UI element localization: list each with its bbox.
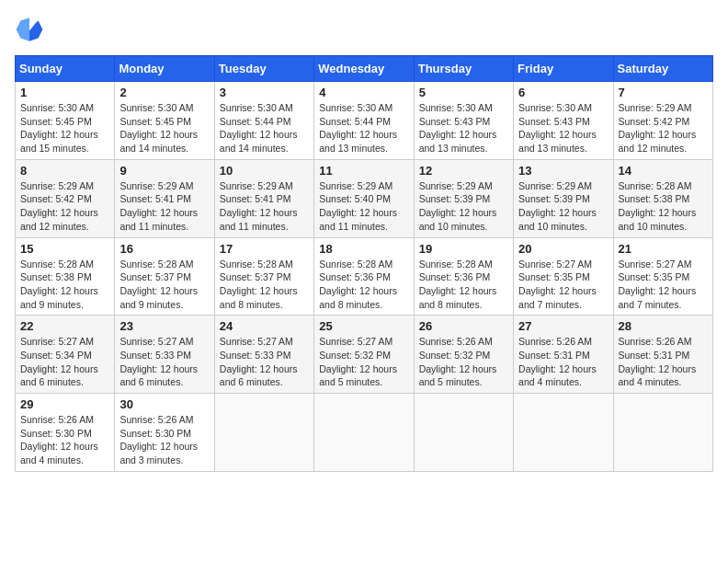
day-number: 12 [419,164,508,178]
day-cell: 4Sunrise: 5:30 AM Sunset: 5:44 PM Daylig… [314,82,414,160]
day-info: Sunrise: 5:29 AM Sunset: 5:40 PM Dayligh… [319,179,408,234]
day-info: Sunrise: 5:29 AM Sunset: 5:42 PM Dayligh… [20,179,109,234]
day-of-week-header: Friday [514,56,613,82]
day-number: 14 [619,164,708,178]
calendar-header-row: SundayMondayTuesdayWednesdayThursdayFrid… [16,56,713,82]
day-info: Sunrise: 5:27 AM Sunset: 5:32 PM Dayligh… [319,335,408,389]
day-number: 13 [518,164,608,178]
day-cell: 1Sunrise: 5:30 AM Sunset: 5:45 PM Daylig… [16,82,115,160]
day-number: 5 [419,86,508,99]
day-number: 3 [220,86,309,99]
day-cell: 8Sunrise: 5:29 AM Sunset: 5:42 PM Daylig… [16,159,115,237]
day-cell: 11Sunrise: 5:29 AM Sunset: 5:40 PM Dayli… [314,159,414,237]
day-of-week-header: Thursday [414,56,513,82]
day-info: Sunrise: 5:28 AM Sunset: 5:38 PM Dayligh… [619,179,708,234]
day-info: Sunrise: 5:26 AM Sunset: 5:30 PM Dayligh… [119,413,209,467]
day-number: 20 [518,242,608,256]
day-cell: 26Sunrise: 5:26 AM Sunset: 5:32 PM Dayli… [414,316,513,394]
day-cell: 3Sunrise: 5:30 AM Sunset: 5:44 PM Daylig… [214,82,313,160]
day-number: 28 [619,319,708,333]
svg-marker-1 [17,17,29,41]
day-number: 23 [119,319,209,333]
day-info: Sunrise: 5:30 AM Sunset: 5:43 PM Dayligh… [419,101,508,155]
day-info: Sunrise: 5:30 AM Sunset: 5:45 PM Dayligh… [119,101,209,155]
day-of-week-header: Wednesday [314,56,414,82]
day-info: Sunrise: 5:27 AM Sunset: 5:34 PM Dayligh… [20,335,109,389]
day-info: Sunrise: 5:26 AM Sunset: 5:30 PM Dayligh… [20,413,109,467]
day-info: Sunrise: 5:27 AM Sunset: 5:35 PM Dayligh… [518,258,608,312]
day-number: 25 [319,319,408,333]
day-info: Sunrise: 5:30 AM Sunset: 5:44 PM Dayligh… [319,101,408,155]
day-of-week-header: Monday [115,56,214,82]
day-number: 7 [619,86,708,99]
day-cell: 14Sunrise: 5:28 AM Sunset: 5:38 PM Dayli… [613,159,712,237]
day-cell: 27Sunrise: 5:26 AM Sunset: 5:31 PM Dayli… [514,316,613,394]
day-number: 11 [319,164,408,178]
day-info: Sunrise: 5:29 AM Sunset: 5:42 PM Dayligh… [619,101,708,155]
day-cell: 30Sunrise: 5:26 AM Sunset: 5:30 PM Dayli… [115,394,214,472]
day-info: Sunrise: 5:27 AM Sunset: 5:33 PM Dayligh… [220,335,309,389]
day-cell: 12Sunrise: 5:29 AM Sunset: 5:39 PM Dayli… [414,159,513,237]
day-info: Sunrise: 5:27 AM Sunset: 5:35 PM Dayligh… [619,258,708,312]
day-number: 6 [518,86,608,99]
day-number: 15 [20,242,109,256]
empty-day-cell [613,394,712,472]
day-number: 2 [119,86,209,99]
calendar-week-row: 15Sunrise: 5:28 AM Sunset: 5:38 PM Dayli… [16,237,713,316]
day-cell: 18Sunrise: 5:28 AM Sunset: 5:36 PM Dayli… [314,237,414,316]
empty-day-cell [314,394,414,472]
day-info: Sunrise: 5:26 AM Sunset: 5:31 PM Dayligh… [619,335,708,389]
day-info: Sunrise: 5:30 AM Sunset: 5:45 PM Dayligh… [20,101,109,155]
day-number: 4 [319,86,408,99]
day-cell: 21Sunrise: 5:27 AM Sunset: 5:35 PM Dayli… [613,237,712,316]
day-cell: 20Sunrise: 5:27 AM Sunset: 5:35 PM Dayli… [514,237,613,316]
empty-day-cell [414,394,513,472]
day-info: Sunrise: 5:26 AM Sunset: 5:32 PM Dayligh… [419,335,508,389]
day-info: Sunrise: 5:28 AM Sunset: 5:37 PM Dayligh… [119,258,209,312]
day-number: 1 [20,86,109,99]
calendar-week-row: 8Sunrise: 5:29 AM Sunset: 5:42 PM Daylig… [16,159,713,237]
day-cell: 22Sunrise: 5:27 AM Sunset: 5:34 PM Dayli… [16,316,115,394]
page-header [15,15,713,44]
day-cell: 9Sunrise: 5:29 AM Sunset: 5:41 PM Daylig… [115,159,214,237]
calendar-week-row: 22Sunrise: 5:27 AM Sunset: 5:34 PM Dayli… [16,316,713,394]
day-number: 10 [220,164,309,178]
day-cell: 16Sunrise: 5:28 AM Sunset: 5:37 PM Dayli… [115,237,214,316]
day-number: 27 [518,319,608,333]
day-number: 18 [319,242,408,256]
logo [15,15,48,44]
day-of-week-header: Sunday [16,56,115,82]
day-number: 21 [619,242,708,256]
day-info: Sunrise: 5:29 AM Sunset: 5:41 PM Dayligh… [119,179,209,234]
day-cell: 25Sunrise: 5:27 AM Sunset: 5:32 PM Dayli… [314,316,414,394]
logo-icon [15,15,44,44]
day-number: 26 [419,319,508,333]
day-info: Sunrise: 5:28 AM Sunset: 5:37 PM Dayligh… [220,258,309,312]
day-info: Sunrise: 5:29 AM Sunset: 5:39 PM Dayligh… [518,179,608,234]
day-info: Sunrise: 5:30 AM Sunset: 5:44 PM Dayligh… [220,101,309,155]
day-number: 30 [119,397,209,411]
day-info: Sunrise: 5:29 AM Sunset: 5:41 PM Dayligh… [220,179,309,234]
day-cell: 17Sunrise: 5:28 AM Sunset: 5:37 PM Dayli… [214,237,313,316]
day-info: Sunrise: 5:28 AM Sunset: 5:38 PM Dayligh… [20,258,109,312]
day-info: Sunrise: 5:30 AM Sunset: 5:43 PM Dayligh… [518,101,608,155]
empty-day-cell [514,394,613,472]
svg-marker-0 [29,20,42,40]
day-info: Sunrise: 5:26 AM Sunset: 5:31 PM Dayligh… [518,335,608,389]
day-info: Sunrise: 5:28 AM Sunset: 5:36 PM Dayligh… [419,258,508,312]
calendar-week-row: 1Sunrise: 5:30 AM Sunset: 5:45 PM Daylig… [16,82,713,160]
day-number: 24 [220,319,309,333]
day-cell: 28Sunrise: 5:26 AM Sunset: 5:31 PM Dayli… [613,316,712,394]
empty-day-cell [214,394,313,472]
day-cell: 15Sunrise: 5:28 AM Sunset: 5:38 PM Dayli… [16,237,115,316]
day-cell: 6Sunrise: 5:30 AM Sunset: 5:43 PM Daylig… [514,82,613,160]
day-number: 9 [119,164,209,178]
day-cell: 29Sunrise: 5:26 AM Sunset: 5:30 PM Dayli… [16,394,115,472]
day-number: 8 [20,164,109,178]
day-number: 19 [419,242,508,256]
day-number: 16 [119,242,209,256]
day-cell: 19Sunrise: 5:28 AM Sunset: 5:36 PM Dayli… [414,237,513,316]
day-info: Sunrise: 5:27 AM Sunset: 5:33 PM Dayligh… [119,335,209,389]
day-of-week-header: Tuesday [214,56,313,82]
day-cell: 7Sunrise: 5:29 AM Sunset: 5:42 PM Daylig… [613,82,712,160]
